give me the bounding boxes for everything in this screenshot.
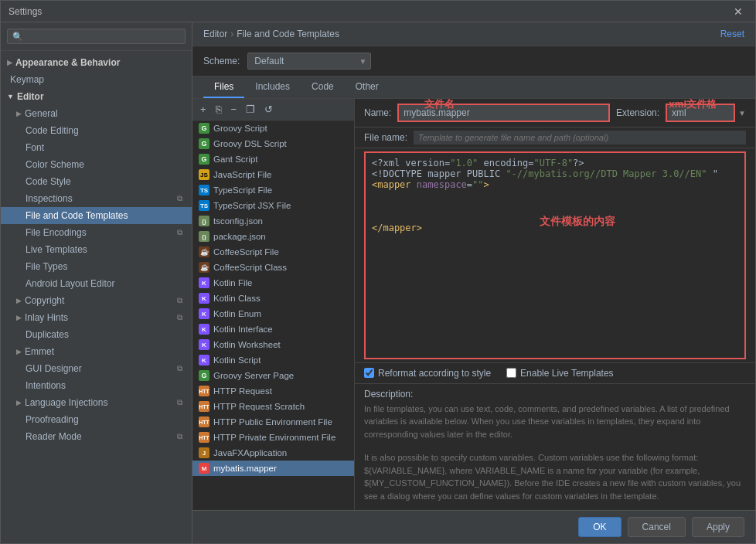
sidebar-item-inspections[interactable]: Inspections ⧉ xyxy=(1,190,192,207)
reformat-checkbox[interactable] xyxy=(364,368,374,378)
list-item[interactable]: J JavaFXApplication xyxy=(192,445,354,461)
sidebar-item-label: General xyxy=(25,108,58,119)
sidebar-item-intentions[interactable]: Intentions xyxy=(1,377,192,394)
add-template-button[interactable]: + xyxy=(197,102,209,117)
sidebar-item-code-editing[interactable]: Code Editing xyxy=(1,122,192,139)
code-editor[interactable]: <?xml version="1.0" encoding="UTF-8"?> <… xyxy=(364,151,746,359)
sidebar-item-live-templates[interactable]: Live Templates xyxy=(1,241,192,258)
apply-button[interactable]: Apply xyxy=(692,517,744,537)
file-item-name: Kotlin Worksheet xyxy=(213,340,281,349)
filename-input[interactable] xyxy=(414,131,746,144)
file-item-name: JavaFXApplication xyxy=(213,448,287,457)
sidebar-item-copyright[interactable]: ▶ Copyright ⧉ xyxy=(1,292,192,309)
file-item-name: Groovy Server Page xyxy=(213,371,294,380)
list-item[interactable]: K Kotlin Worksheet xyxy=(192,337,354,352)
close-button[interactable]: ✕ xyxy=(729,4,747,19)
live-templates-checkbox-label[interactable]: Enable Live Templates xyxy=(506,368,614,379)
tab-includes[interactable]: Includes xyxy=(244,76,301,98)
list-item[interactable]: {} package.json xyxy=(192,229,354,244)
tab-files[interactable]: Files xyxy=(203,76,244,98)
file-list: G Groovy Script G Groovy DSL Script G Ga… xyxy=(192,121,354,510)
list-item[interactable]: HTT HTTP Request Scratch xyxy=(192,399,354,414)
file-icon-json: {} xyxy=(199,216,209,226)
sidebar-item-inlay-hints[interactable]: ▶ Inlay Hints ⧉ xyxy=(1,309,192,326)
reset-template-button[interactable]: ↺ xyxy=(261,102,276,117)
reformat-checkbox-label[interactable]: Reformat according to style xyxy=(364,368,491,379)
sidebar-item-font[interactable]: Font xyxy=(1,139,192,156)
list-item[interactable]: G Groovy DSL Script xyxy=(192,136,354,151)
list-item[interactable]: HTT HTTP Request xyxy=(192,383,354,399)
list-item[interactable]: K Kotlin Enum xyxy=(192,306,354,321)
sidebar-item-label: File Encodings xyxy=(26,227,87,238)
file-icon-coffee: ☕ xyxy=(199,262,209,273)
sidebar-item-duplicates[interactable]: Duplicates xyxy=(1,326,192,343)
inspection-icon: ⧉ xyxy=(177,194,182,203)
list-item[interactable]: {} tsconfig.json xyxy=(192,213,354,229)
description-text2: It is also possible to specify custom va… xyxy=(364,451,746,502)
duplicate-template-button[interactable]: ❐ xyxy=(243,102,258,117)
tab-code[interactable]: Code xyxy=(301,76,345,98)
sidebar-item-label: Color Scheme xyxy=(26,159,84,170)
annotation-template-content: 文件模板的内容 xyxy=(540,215,615,229)
file-item-name: Kotlin Class xyxy=(213,294,261,303)
file-item-name: Kotlin Script xyxy=(213,355,261,365)
sidebar-item-emmet[interactable]: ▶ Emmet xyxy=(1,343,192,360)
sidebar-item-editor[interactable]: ▼ Editor xyxy=(1,88,192,105)
cancel-button[interactable]: Cancel xyxy=(628,517,686,537)
ext-dropdown-icon[interactable]: ▼ xyxy=(738,109,746,117)
list-item[interactable]: ☕ CoffeeScript File xyxy=(192,244,354,260)
sidebar-item-file-code-templates[interactable]: File and Code Templates xyxy=(1,207,192,224)
sidebar-item-file-types[interactable]: File Types xyxy=(1,258,192,275)
list-item[interactable]: JS JavaScript File xyxy=(192,167,354,182)
live-templates-checkbox[interactable] xyxy=(506,368,516,378)
list-item[interactable]: K Kotlin File xyxy=(192,275,354,291)
file-icon-http: HTT xyxy=(199,401,209,412)
list-item[interactable]: HTT HTTP Public Environment File xyxy=(192,414,354,430)
file-item-name: CoffeeScript File xyxy=(213,247,279,257)
sidebar-item-general[interactable]: ▶ General xyxy=(1,105,192,122)
list-item[interactable]: K Kotlin Interface xyxy=(192,321,354,337)
description-title: Description: xyxy=(364,389,746,400)
reset-button[interactable]: Reset xyxy=(720,29,744,39)
search-input[interactable] xyxy=(7,29,186,44)
live-templates-label: Enable Live Templates xyxy=(520,368,614,379)
list-item[interactable]: G Groovy Script xyxy=(192,121,354,136)
file-item-name: Kotlin Enum xyxy=(213,309,261,318)
breadcrumb-separator: › xyxy=(230,29,233,39)
list-item[interactable]: K Kotlin Class xyxy=(192,291,354,306)
file-icon-kt: K xyxy=(199,339,209,350)
list-item[interactable]: TS TypeScript File xyxy=(192,182,354,198)
sidebar-item-label: Code Style xyxy=(26,176,71,187)
window-title: Settings xyxy=(9,6,729,17)
tab-other[interactable]: Other xyxy=(345,76,390,98)
list-item[interactable]: G Gant Script xyxy=(192,151,354,167)
list-item[interactable]: ☕ CoffeeScript Class xyxy=(192,260,354,275)
sidebar-item-reader-mode[interactable]: Reader Mode ⧉ xyxy=(1,428,192,445)
file-icon-kt: K xyxy=(199,324,209,335)
sidebar-item-android-layout[interactable]: Android Layout Editor xyxy=(1,275,192,292)
list-item[interactable]: G Groovy Server Page xyxy=(192,368,354,383)
list-item[interactable]: K Kotlin Script xyxy=(192,352,354,368)
sidebar-item-color-scheme[interactable]: Color Scheme xyxy=(1,156,192,173)
sidebar-item-gui-designer[interactable]: GUI Designer ⧉ xyxy=(1,360,192,377)
file-item-name: mybatis.mapper xyxy=(213,464,277,473)
remove-template-button[interactable]: − xyxy=(228,102,240,117)
ok-button[interactable]: OK xyxy=(578,517,621,537)
sidebar-item-language-injections[interactable]: ▶ Language Injections ⧉ xyxy=(1,394,192,411)
sidebar-item-file-encodings[interactable]: File Encodings ⧉ xyxy=(1,224,192,241)
expand-icon: ▶ xyxy=(16,348,22,355)
file-item-name: Groovy DSL Script xyxy=(213,139,287,148)
sidebar-item-proofreading[interactable]: Proofreading xyxy=(1,411,192,428)
list-item[interactable]: HTT HTTP Private Environment File xyxy=(192,430,354,445)
list-item-selected[interactable]: M mybatis.mapper xyxy=(192,461,354,476)
copy-template-button[interactable]: ⎘ xyxy=(213,102,225,117)
list-item[interactable]: TS TypeScript JSX File xyxy=(192,198,354,213)
sidebar-item-keymap[interactable]: Keymap xyxy=(1,71,192,88)
scheme-select[interactable]: Default xyxy=(247,53,371,70)
sidebar-item-appearance[interactable]: ▶ Appearance & Behavior xyxy=(1,54,192,71)
sidebar-item-code-style[interactable]: Code Style xyxy=(1,173,192,190)
sidebar-item-label: Code Editing xyxy=(26,125,79,136)
sidebar-item-label: Language Injections xyxy=(25,397,107,408)
scheme-select-wrapper: Default ▼ xyxy=(247,53,371,70)
file-icon-kt: K xyxy=(199,308,209,319)
